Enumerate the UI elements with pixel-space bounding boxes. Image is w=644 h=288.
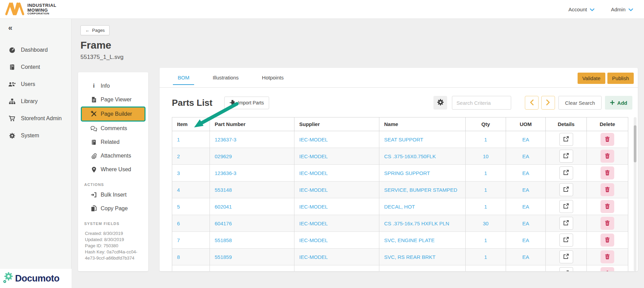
name-link[interactable]: SERVICE, BUMPER STAMPED xyxy=(384,187,457,193)
delete-button[interactable] xyxy=(601,217,614,230)
name-link[interactable]: SEAT SUPPORT xyxy=(384,137,423,142)
menu-item-info[interactable]: i Info xyxy=(78,79,148,93)
tab-hotpoints[interactable]: Hotpoints xyxy=(262,68,283,88)
qty-link[interactable]: 30 xyxy=(483,271,489,272)
supplier-link[interactable]: IEC-MODEL xyxy=(299,204,328,210)
uom-link[interactable]: EA xyxy=(522,254,529,260)
name-link[interactable]: CS .375-16x.75 HXFLK PLN xyxy=(384,221,449,226)
item-link[interactable]: 7 xyxy=(177,237,180,243)
details-button[interactable] xyxy=(559,267,573,271)
publish-button[interactable]: Publish xyxy=(607,73,634,84)
name-link[interactable]: SVC, RS REAR BRKT xyxy=(384,254,435,260)
menu-item-where-used[interactable]: Where Used xyxy=(78,163,148,176)
part-number-link[interactable]: 604176 xyxy=(215,221,232,226)
item-link[interactable]: 5 xyxy=(177,204,180,210)
uom-link[interactable]: EA xyxy=(522,153,529,159)
menu-item-related[interactable]: Related xyxy=(78,135,148,149)
item-link[interactable]: 4 xyxy=(177,187,180,193)
supplier-link[interactable]: IEC-MODEL xyxy=(299,187,328,193)
delete-button[interactable] xyxy=(601,150,614,163)
delete-button[interactable] xyxy=(601,133,614,146)
uom-link[interactable]: EA xyxy=(522,170,529,176)
supplier-link[interactable]: IEC-MODEL xyxy=(299,271,328,272)
tab-illustrations[interactable]: Illustrations xyxy=(213,68,239,88)
clear-search-button[interactable]: Clear Search xyxy=(558,96,602,110)
prev-page-button[interactable] xyxy=(525,96,539,110)
sidebar-item-content[interactable]: Content xyxy=(0,59,71,76)
item-link[interactable]: 8 xyxy=(177,254,180,260)
tab-bom[interactable]: BOM xyxy=(178,68,189,88)
supplier-link[interactable]: IEC-MODEL xyxy=(299,137,328,142)
delete-button[interactable] xyxy=(601,267,614,271)
part-number-link[interactable]: 602041 xyxy=(215,204,232,210)
validate-button[interactable]: Validate xyxy=(578,73,605,84)
menu-item-page-viewer[interactable]: Page Viewer xyxy=(78,93,148,107)
delete-button[interactable] xyxy=(601,166,614,179)
account-menu[interactable]: Account xyxy=(568,7,594,12)
delete-button[interactable] xyxy=(601,234,614,247)
sidebar-item-dashboard[interactable]: Dashboard xyxy=(0,41,71,59)
supplier-link[interactable]: IEC-MODEL xyxy=(299,237,328,243)
part-number-link[interactable]: 604177 xyxy=(215,271,232,272)
supplier-link[interactable]: IEC-MODEL xyxy=(299,153,328,159)
delete-button[interactable] xyxy=(601,250,614,263)
name-link[interactable]: NT, .375-16 HXFLK PLN xyxy=(384,271,440,272)
name-link[interactable]: SPRING SUPPORT xyxy=(384,170,430,176)
delete-button[interactable] xyxy=(601,183,614,196)
name-link[interactable]: DECAL, HOT xyxy=(384,204,415,210)
details-button[interactable] xyxy=(559,234,573,247)
table-scrollbar-thumb[interactable] xyxy=(634,125,636,162)
sidebar-item-storefront-admin[interactable]: Storefront Admin xyxy=(0,110,71,127)
next-page-button[interactable] xyxy=(541,96,555,110)
details-button[interactable] xyxy=(559,166,573,179)
qty-link[interactable]: 1 xyxy=(484,137,487,142)
sidebar-item-system[interactable]: System xyxy=(0,127,71,144)
details-button[interactable] xyxy=(559,200,573,213)
qty-link[interactable]: 1 xyxy=(484,204,487,210)
menu-item-bulk-insert[interactable]: Bulk Insert xyxy=(78,188,148,202)
qty-link[interactable]: 10 xyxy=(483,153,489,159)
name-link[interactable]: SVC, ENGINE PLATE xyxy=(384,237,434,243)
item-link[interactable]: 6 xyxy=(177,221,180,226)
admin-menu[interactable]: Admin xyxy=(611,7,633,12)
item-link[interactable]: 2 xyxy=(177,153,180,159)
part-number-link[interactable]: 123637-3 xyxy=(215,137,236,142)
uom-link[interactable]: EA xyxy=(522,271,529,272)
sidebar-item-library[interactable]: Library xyxy=(0,93,71,110)
uom-link[interactable]: EA xyxy=(522,187,529,193)
qty-link[interactable]: 30 xyxy=(483,221,489,226)
item-link[interactable]: 1 xyxy=(177,137,180,142)
menu-item-comments[interactable]: Comments xyxy=(78,122,148,135)
details-button[interactable] xyxy=(559,217,573,230)
add-part-button[interactable]: Add xyxy=(605,96,632,110)
item-link[interactable]: 3 xyxy=(177,170,180,176)
uom-link[interactable]: EA xyxy=(522,221,529,226)
qty-link[interactable]: 1 xyxy=(484,187,487,193)
item-link[interactable]: 9 xyxy=(177,271,180,272)
delete-button[interactable] xyxy=(601,200,614,213)
supplier-link[interactable]: IEC-MODEL xyxy=(299,170,328,176)
sidebar-collapse-button[interactable]: « xyxy=(0,19,71,33)
details-button[interactable] xyxy=(559,183,573,196)
uom-link[interactable]: EA xyxy=(522,137,529,142)
import-parts-button[interactable]: Import Parts xyxy=(224,97,269,109)
part-number-link[interactable]: 551859 xyxy=(215,254,232,260)
part-number-link[interactable]: 029629 xyxy=(215,153,232,159)
table-settings-button[interactable] xyxy=(433,96,447,110)
part-number-link[interactable]: 123636-3 xyxy=(215,170,236,176)
supplier-link[interactable]: IEC-MODEL xyxy=(299,221,328,226)
part-number-link[interactable]: 553148 xyxy=(215,187,232,193)
details-button[interactable] xyxy=(559,250,573,263)
back-to-pages-button[interactable]: ← Pages xyxy=(80,25,110,35)
menu-item-page-builder[interactable]: Page Builder xyxy=(81,107,146,122)
qty-link[interactable]: 1 xyxy=(484,237,487,243)
details-button[interactable] xyxy=(559,133,573,146)
menu-item-attachments[interactable]: Attachments xyxy=(78,149,148,163)
sidebar-item-users[interactable]: Users xyxy=(0,76,71,93)
qty-link[interactable]: 1 xyxy=(484,170,487,176)
name-link[interactable]: CS .375-16X0.750FLK xyxy=(384,153,436,159)
qty-link[interactable]: 1 xyxy=(484,254,487,260)
part-number-link[interactable]: 551858 xyxy=(215,237,232,243)
details-button[interactable] xyxy=(559,150,573,163)
search-input[interactable] xyxy=(452,96,511,110)
